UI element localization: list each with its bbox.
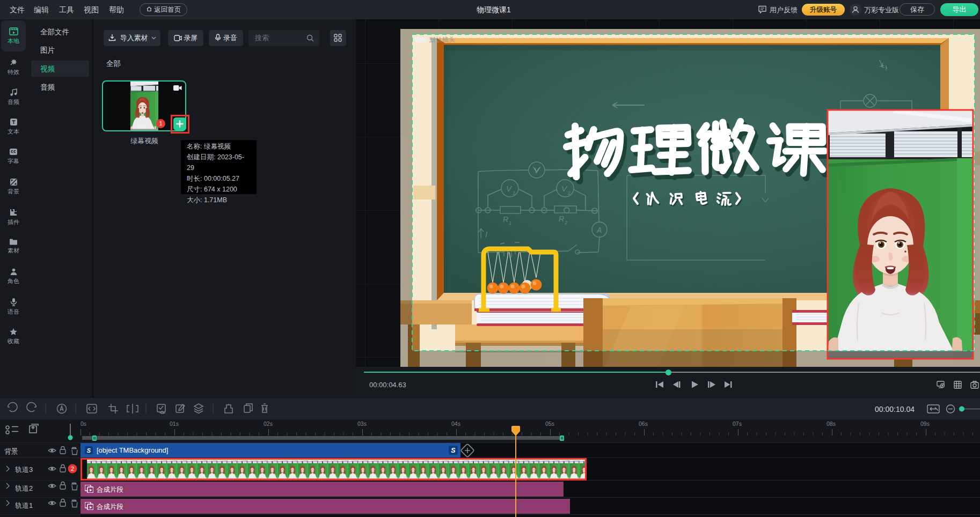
svg-text:03s: 03s	[357, 420, 367, 427]
svg-text:R: R	[503, 215, 508, 224]
svg-text:04s: 04s	[451, 420, 460, 427]
svg-text:2: 2	[567, 190, 571, 196]
svg-text:01s: 01s	[170, 420, 179, 427]
svg-text:0s: 0s	[81, 420, 86, 427]
svg-text:02s: 02s	[264, 420, 273, 427]
svg-text:07s: 07s	[733, 420, 742, 427]
svg-text:2: 2	[71, 466, 74, 472]
svg-text:R: R	[559, 215, 564, 223]
svg-text:1: 1	[509, 220, 511, 226]
svg-text:2: 2	[564, 220, 567, 225]
svg-text:I: I	[485, 230, 487, 239]
svg-text:06s: 06s	[639, 420, 648, 427]
svg-text:08s: 08s	[827, 420, 836, 427]
svg-text:09s: 09s	[920, 420, 930, 427]
svg-text:S: S	[87, 447, 91, 454]
svg-text:05s: 05s	[545, 420, 554, 427]
svg-text:A: A	[596, 226, 602, 234]
svg-text:S: S	[451, 447, 456, 454]
svg-text:1: 1	[513, 190, 515, 196]
svg-text:1: 1	[885, 67, 887, 71]
svg-text:默认镜头: 默认镜头	[429, 36, 455, 43]
